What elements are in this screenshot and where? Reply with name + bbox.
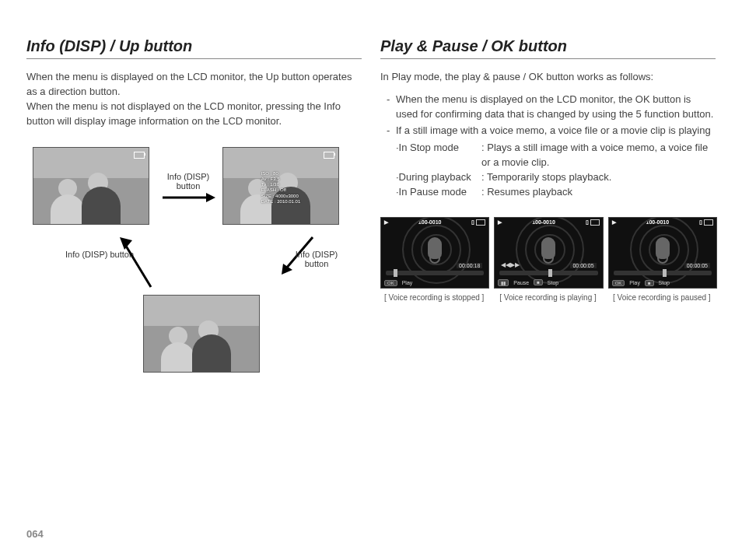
right-column: Play & Pause / OK button In Play mode, t… bbox=[380, 37, 716, 396]
right-heading: Play & Pause / OK button bbox=[380, 37, 716, 59]
battery-icon bbox=[590, 219, 600, 226]
voice-caption: [ Voice recording is playing ] bbox=[494, 293, 601, 302]
lcd-info-overlay: ISO : 80 Av : F3.5 Tv : 1/30 FLASH : Off… bbox=[261, 171, 301, 205]
manual-page: Info (DISP) / Up button When the menu is… bbox=[0, 0, 742, 560]
arrow-label: Info (DISP) button bbox=[157, 172, 219, 191]
lcd-file-no: 100-0010 bbox=[646, 219, 670, 226]
voice-lcd-screenshot: ▶ 100-0010 ▯◀◀▶▶00:00:05▮▮Pause■Stop bbox=[494, 217, 603, 289]
lcd-file-no: 100-0010 bbox=[418, 219, 442, 226]
arrow-right: Info (DISP) button bbox=[157, 172, 219, 205]
mode-key: ·In Stop mode bbox=[396, 141, 481, 170]
progress-knob bbox=[548, 269, 552, 277]
elapsed-time: 00:00:18 bbox=[457, 263, 482, 268]
memory-card-icon: ▯ bbox=[699, 219, 702, 226]
lcd-screenshot-info: 100-0010 ▯ ISO : 80 Av : F3.5 Tv : 1/30 … bbox=[222, 147, 339, 225]
control-button-label: Play bbox=[402, 280, 413, 285]
memory-card-icon: ▯ bbox=[586, 219, 589, 226]
elapsed-time: 00:00:05 bbox=[570, 263, 596, 268]
page-number: 064 bbox=[26, 528, 44, 540]
microphone-icon bbox=[541, 237, 555, 259]
bullet-text: When the menu is displayed on the LCD mo… bbox=[396, 93, 716, 122]
control-button-icon: ■ bbox=[534, 279, 543, 285]
microphone-icon bbox=[656, 237, 670, 259]
lcd-file-no: 100-0010 bbox=[532, 219, 555, 226]
mode-list: ·In Stop mode : Plays a still image with… bbox=[396, 141, 716, 199]
svg-marker-1 bbox=[206, 193, 215, 202]
battery-icon bbox=[704, 219, 713, 226]
voice-screens-row: ▶ 100-0010 ▯00:00:18OKPlay[ Voice record… bbox=[380, 217, 716, 302]
progress-bar bbox=[614, 271, 712, 275]
left-heading: Info (DISP) / Up button bbox=[26, 37, 362, 59]
elapsed-time: 00:00:05 bbox=[684, 263, 710, 268]
microphone-icon bbox=[428, 237, 442, 259]
playback-icon: ▶ bbox=[384, 219, 388, 226]
control-button-icon: ▮▮ bbox=[498, 279, 509, 286]
disp-cycle-diagram: 100-0010 ▯ 100- bbox=[26, 147, 361, 396]
control-button-icon: OK bbox=[612, 280, 625, 286]
voice-lcd-screenshot: ▶ 100-0010 ▯00:00:18OKPlay bbox=[380, 217, 489, 289]
voice-lcd-screenshot: ▶ 100-0010 ▯00:00:05OKPlay■Stop bbox=[608, 217, 717, 289]
svg-line-4 bbox=[124, 243, 151, 287]
arrow-label: Info (DISP) button bbox=[288, 250, 345, 268]
mode-val: : Temporarily stops playback. bbox=[481, 170, 611, 185]
control-hints: OKPlay bbox=[384, 280, 485, 286]
lcd-screenshot-basic: 100-0010 ▯ bbox=[33, 147, 149, 225]
mode-key: ·During playback bbox=[396, 170, 481, 185]
control-button-label: Pause bbox=[513, 280, 529, 285]
voice-card: ▶ 100-0010 ▯00:00:18OKPlay[ Voice record… bbox=[380, 217, 488, 302]
voice-card: ▶ 100-0010 ▯◀◀▶▶00:00:05▮▮Pause■Stop[ Vo… bbox=[494, 217, 601, 302]
battery-icon bbox=[324, 152, 334, 159]
voice-caption: [ Voice recording is stopped ] bbox=[380, 293, 488, 302]
control-button-label: Stop bbox=[548, 280, 558, 285]
fast-forward-icon: ▶▶ bbox=[510, 261, 520, 268]
voice-caption: [ Voice recording is paused ] bbox=[608, 293, 716, 302]
rewind-icon: ◀◀ bbox=[501, 261, 510, 268]
progress-bar bbox=[386, 271, 484, 275]
mode-val: : Plays a still image with a voice memo,… bbox=[481, 141, 716, 170]
control-button-label: Play bbox=[629, 280, 640, 285]
control-hints: ▮▮Pause■Stop bbox=[498, 279, 599, 286]
control-button-icon: OK bbox=[384, 280, 397, 286]
voice-card: ▶ 100-0010 ▯00:00:05OKPlay■Stop[ Voice r… bbox=[608, 217, 716, 302]
memory-card-icon: ▯ bbox=[471, 219, 474, 226]
playback-icon: ▶ bbox=[498, 219, 502, 226]
progress-bar bbox=[499, 271, 597, 275]
battery-icon bbox=[476, 219, 485, 226]
control-hints: OKPlay■Stop bbox=[612, 280, 713, 286]
right-intro: In Play mode, the play & pause / OK butt… bbox=[380, 70, 716, 85]
mode-val: : Resumes playback bbox=[481, 185, 572, 200]
control-button-label: Stop bbox=[659, 280, 670, 285]
arrow-down-left: Info (DISP) button bbox=[252, 233, 345, 279]
bullet-text: If a still image with a voice memo, a vo… bbox=[396, 124, 711, 138]
mode-key: ·In Pause mode bbox=[396, 185, 481, 200]
playback-icon: ▶ bbox=[612, 219, 616, 226]
left-column: Info (DISP) / Up button When the menu is… bbox=[26, 37, 362, 396]
progress-knob bbox=[394, 269, 397, 277]
lcd-screenshot-clean bbox=[143, 295, 260, 373]
left-intro: When the menu is displayed on the LCD mo… bbox=[26, 70, 362, 128]
progress-knob bbox=[663, 269, 667, 277]
right-bullets: -When the menu is displayed on the LCD m… bbox=[387, 93, 716, 138]
battery-icon bbox=[134, 152, 145, 159]
control-button-icon: ■ bbox=[645, 280, 654, 286]
